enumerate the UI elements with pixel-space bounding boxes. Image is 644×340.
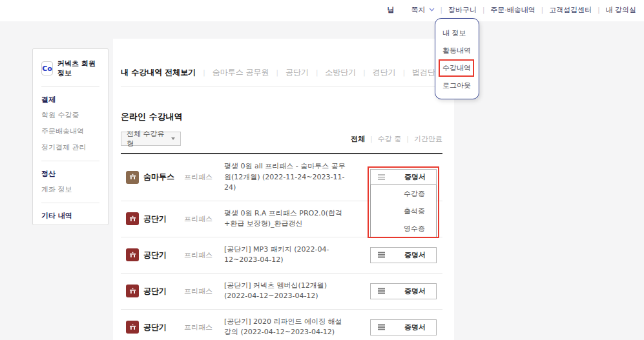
course-title: [공단기] 커넥츠 멤버십(12개월) (2022-04-12~2023-04-…: [224, 281, 348, 302]
sidebar-item-recurring[interactable]: 정기결제 관리: [41, 143, 99, 152]
sidebar-title: 커넥츠 회원정보: [57, 59, 99, 78]
certificate-cell: 증명서: [348, 319, 442, 335]
nav-item-messages[interactable]: 쪽지: [411, 5, 435, 15]
brand-cell: 공단기: [121, 212, 184, 225]
divider: [41, 203, 99, 203]
filter-in-progress[interactable]: 수강 중: [365, 134, 401, 144]
summatus-brand-icon: [126, 171, 139, 184]
tab-gyeongdangi[interactable]: 경단기: [356, 67, 395, 78]
top-navigation: 님 쪽지 장바구니 주문·배송내역 고객섬김센터 내 강의실: [388, 0, 637, 19]
certificate-cell: 증명서: [348, 247, 442, 263]
sidebar-item-order-history[interactable]: 주문배송내역: [41, 126, 99, 136]
tab-summatus[interactable]: 숨마투스 공무원: [196, 67, 269, 78]
brand-cell: 공단기: [121, 285, 184, 297]
connects-logo-icon: Co: [41, 61, 53, 75]
filter-row: 전체 수강유형 전체 수강 중 기간만료: [121, 132, 442, 146]
brand-name: 숨마투스: [143, 172, 174, 183]
brand-name: 공단기: [143, 322, 167, 333]
table-row: 공단기 프리패스 [공단기] MP3 패키지 (2022-04-12~2023-…: [121, 237, 442, 274]
nav-item-cart[interactable]: 장바구니: [435, 5, 477, 15]
menu-icon: [378, 254, 385, 255]
dropdown-item-logout[interactable]: 로그아웃: [435, 77, 479, 94]
gongdangi-brand-icon: [126, 212, 139, 225]
menu-icon: [378, 177, 385, 177]
main-content-card: 내 수강내역 전체보기 숨마투스 공무원 공단기 소방단기 경단기 법검단기 온…: [113, 39, 454, 340]
brand-cell: 숨마투스: [121, 171, 184, 184]
dropdown-item-my-info[interactable]: 내 정보: [435, 25, 479, 42]
certificate-button[interactable]: 증명서: [370, 283, 437, 299]
brand-name: 공단기: [143, 214, 167, 225]
menu-item-enrollment-cert[interactable]: 수강증: [371, 185, 436, 203]
dropdown-item-courses[interactable]: 수강내역: [435, 59, 479, 77]
brand-cell: 공단기: [121, 321, 184, 334]
menu-item-receipt[interactable]: 영수증: [371, 220, 436, 237]
course-tabs: 내 수강내역 전체보기 숨마투스 공무원 공단기 소방단기 경단기 법검단기: [121, 67, 442, 87]
status-filters: 전체 수강 중 기간만료: [351, 134, 442, 144]
chevron-down-icon: [429, 8, 435, 12]
table-row: 공단기 프리패스 [공단기] 2020 리파인드 에이징 해설강의 (2022-…: [121, 310, 442, 340]
nav-item-support[interactable]: 고객섬김센터: [535, 5, 592, 15]
menu-icon: [378, 326, 385, 327]
gongdangi-brand-icon: [126, 285, 139, 297]
certificate-button[interactable]: 증명서: [370, 169, 437, 185]
sidebar-item-account-info[interactable]: 계좌 정보: [41, 185, 99, 194]
certificate-cell: 증명서 수강증 출석증 영수증: [348, 169, 442, 185]
sidebar-heading-other: 기타 내역: [41, 211, 99, 221]
filter-all[interactable]: 전체: [351, 134, 365, 144]
gongdangi-brand-icon: [126, 248, 139, 261]
nav-item-classroom[interactable]: 내 강의실: [592, 5, 636, 15]
course-title: [공단기] 2020 리파인드 에이징 해설강의 (2022-04-12~202…: [224, 317, 348, 338]
tab-all-courses[interactable]: 내 수강내역 전체보기: [121, 67, 196, 78]
divider: [41, 86, 99, 87]
section-title: 온라인 수강내역: [121, 111, 442, 123]
brand-name: 공단기: [143, 286, 167, 297]
certificate-cell: 증명서: [348, 283, 442, 299]
course-type-select[interactable]: 전체 수강유형: [121, 132, 181, 146]
brand-name: 공단기: [143, 250, 167, 261]
divider: [41, 161, 99, 161]
caret-down-icon: [171, 137, 175, 140]
menu-icon: [378, 290, 385, 291]
menu-item-attendance-cert[interactable]: 출석증: [371, 203, 436, 220]
course-title: [공단기] MP3 패키지 (2022-04-12~2023-04-12): [224, 245, 348, 266]
sidebar-heading-payment: 결제: [41, 95, 99, 105]
course-type: 프리패스: [184, 286, 224, 296]
sidebar-item-academy-cert[interactable]: 학원 수강증: [41, 110, 99, 120]
username-label: 님: [388, 5, 395, 15]
certificate-widget: 증명서 수강증 출석증 영수증: [370, 169, 437, 185]
nav-item-orders[interactable]: 주문·배송내역: [477, 5, 535, 15]
dropdown-item-activity[interactable]: 활동내역: [435, 42, 479, 59]
course-table: 숨마투스 프리패스 평생 0원 all 프리패스 - 숨마투스 공무원(12개월…: [121, 153, 442, 340]
brand-cell: 공단기: [121, 248, 184, 261]
filter-expired[interactable]: 기간만료: [401, 134, 442, 144]
table-row: 숨마투스 프리패스 평생 0원 all 프리패스 - 숨마투스 공무원(12개월…: [121, 154, 442, 201]
table-row: 공단기 프리패스 [공단기] 커넥츠 멤버십(12개월) (2022-04-12…: [121, 274, 442, 310]
certificate-button[interactable]: 증명서: [370, 319, 437, 335]
course-title: 평생 0원 R.A 프리패스 PRO2.0(합격+환급 보장형)_환급갱신: [224, 208, 348, 230]
certificate-button[interactable]: 증명서: [370, 247, 437, 263]
tab-gongdangi[interactable]: 공단기: [269, 67, 309, 78]
course-type: 프리패스: [184, 172, 224, 182]
certificate-menu: 수강증 출석증 영수증: [370, 185, 437, 238]
course-type: 프리패스: [184, 250, 224, 260]
sidebar-logo-row: Co 커넥츠 회원정보: [41, 59, 99, 78]
user-dropdown-menu: 내 정보 활동내역 수강내역 로그아웃: [435, 18, 479, 99]
sidebar: Co 커넥츠 회원정보 결제 학원 수강증 주문배송내역 정기결제 관리 정산 …: [32, 48, 109, 225]
course-type: 프리패스: [184, 214, 224, 224]
tab-sobangdangi[interactable]: 소방단기: [309, 67, 356, 78]
course-title: 평생 0원 all 프리패스 - 숨마투스 공무원(12개월) (2022-11…: [224, 161, 348, 194]
sidebar-heading-settlement: 정산: [41, 169, 99, 179]
course-type: 프리패스: [184, 323, 224, 332]
gongdangi-brand-icon: [126, 321, 139, 334]
